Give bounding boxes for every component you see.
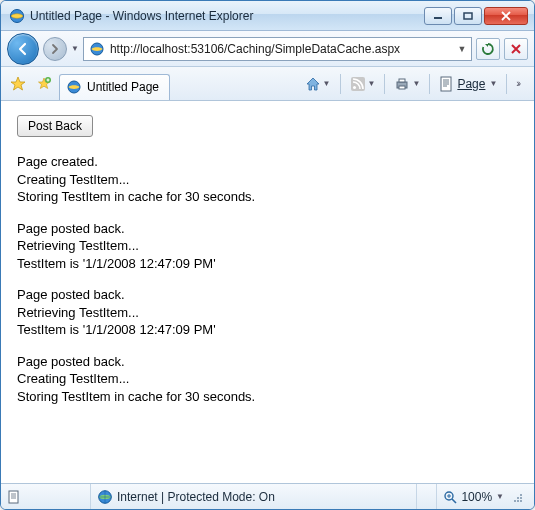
url-input[interactable] — [108, 39, 455, 59]
svg-point-16 — [517, 497, 519, 499]
home-button[interactable]: ▼ — [300, 73, 336, 95]
svg-point-20 — [520, 500, 522, 502]
post-back-button[interactable]: Post Back — [17, 115, 93, 137]
window: Untitled Page - Windows Internet Explore… — [0, 0, 535, 510]
output-block: Page posted back. Creating TestItem... S… — [17, 353, 518, 406]
output-line: Page posted back. — [17, 221, 125, 236]
svg-rect-1 — [434, 17, 442, 19]
favorites-button[interactable] — [7, 73, 29, 95]
refresh-button[interactable] — [476, 38, 500, 60]
output-line: Storing TestItem in cache for 30 seconds… — [17, 389, 255, 404]
feeds-button[interactable]: ▼ — [345, 73, 381, 95]
print-button[interactable]: ▼ — [389, 73, 425, 95]
tools-overflow[interactable]: ›› — [511, 73, 524, 95]
status-bar: Internet | Protected Mode: On 100% ▼ — [1, 483, 534, 509]
output-block: Page posted back. Retrieving TestItem...… — [17, 220, 518, 273]
close-button[interactable] — [484, 7, 528, 25]
status-left — [1, 484, 91, 509]
output-line: TestItem is '1/1/2008 12:47:09 PM' — [17, 256, 216, 271]
svg-point-19 — [517, 500, 519, 502]
navigation-bar: ▼ ▼ — [1, 31, 534, 67]
chevron-down-icon: ▼ — [368, 79, 376, 88]
output-line: Creating TestItem... — [17, 172, 129, 187]
history-dropdown-icon[interactable]: ▼ — [71, 44, 79, 53]
page-menu[interactable]: Page ▼ — [434, 73, 502, 95]
svg-point-18 — [514, 500, 516, 502]
command-bar: Untitled Page ▼ ▼ ▼ Page ▼ — [1, 67, 534, 101]
output-line: Page created. — [17, 154, 98, 169]
window-buttons — [424, 7, 528, 25]
minimize-button[interactable] — [424, 7, 452, 25]
resize-grip[interactable] — [510, 490, 524, 504]
page-content: Post Back Page created. Creating TestIte… — [1, 101, 534, 483]
output-line: Retrieving TestItem... — [17, 305, 139, 320]
page-icon — [89, 41, 105, 57]
chevron-down-icon: ▼ — [412, 79, 420, 88]
ie-icon — [9, 8, 25, 24]
forward-button[interactable] — [43, 37, 67, 61]
page-menu-label: Page — [455, 77, 487, 91]
output-line: Creating TestItem... — [17, 371, 129, 386]
overflow-icon: ›› — [516, 78, 519, 89]
zoom-value: 100% — [461, 490, 492, 504]
titlebar[interactable]: Untitled Page - Windows Internet Explore… — [1, 1, 534, 31]
zoom-icon — [443, 490, 457, 504]
add-favorite-button[interactable] — [33, 73, 55, 95]
window-title: Untitled Page - Windows Internet Explore… — [30, 9, 424, 23]
output-line: Retrieving TestItem... — [17, 238, 139, 253]
output-line: Page posted back. — [17, 287, 125, 302]
tab-label: Untitled Page — [87, 80, 159, 94]
svg-rect-2 — [464, 13, 472, 19]
svg-point-17 — [520, 497, 522, 499]
command-group: ▼ ▼ ▼ Page ▼ ›› — [296, 73, 528, 95]
chevron-down-icon: ▼ — [496, 492, 504, 501]
svg-rect-10 — [399, 86, 405, 89]
chevron-down-icon: ▼ — [323, 79, 331, 88]
svg-rect-9 — [399, 79, 405, 82]
output-block: Page created. Creating TestItem... Stori… — [17, 153, 518, 206]
chevron-down-icon: ▼ — [489, 79, 497, 88]
back-button[interactable] — [7, 33, 39, 65]
address-bar[interactable]: ▼ — [83, 37, 472, 61]
zoom-control[interactable]: 100% ▼ — [437, 484, 534, 509]
internet-zone-icon — [97, 489, 113, 505]
address-dropdown-icon[interactable]: ▼ — [455, 44, 469, 54]
status-zone-text: Internet | Protected Mode: On — [117, 490, 275, 504]
output-line: Storing TestItem in cache for 30 seconds… — [17, 189, 255, 204]
status-doc-icon — [7, 490, 21, 504]
tab-active[interactable]: Untitled Page — [59, 74, 170, 100]
output-block: Page posted back. Retrieving TestItem...… — [17, 286, 518, 339]
svg-point-7 — [353, 86, 356, 89]
output-line: TestItem is '1/1/2008 12:47:09 PM' — [17, 322, 216, 337]
status-zone[interactable]: Internet | Protected Mode: On — [91, 484, 417, 509]
maximize-button[interactable] — [454, 7, 482, 25]
tab-favicon — [66, 79, 82, 95]
stop-button[interactable] — [504, 38, 528, 60]
output-line: Page posted back. — [17, 354, 125, 369]
status-spacer — [417, 484, 437, 509]
svg-rect-12 — [9, 491, 18, 503]
svg-point-15 — [520, 494, 522, 496]
